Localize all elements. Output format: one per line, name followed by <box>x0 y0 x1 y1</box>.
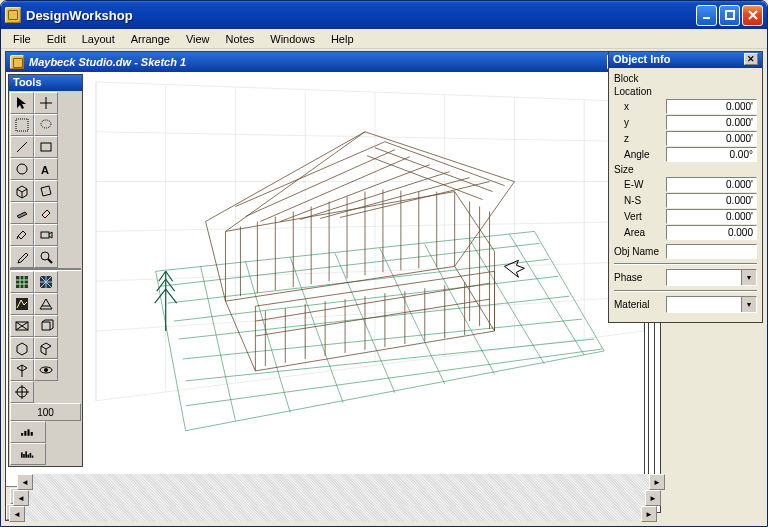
main-titlebar[interactable]: DesignWorkshop <box>1 1 767 29</box>
doc-icon <box>10 55 24 69</box>
section-size: Size <box>614 164 757 175</box>
svg-rect-86 <box>27 455 29 458</box>
menu-arrange[interactable]: Arrange <box>123 31 178 47</box>
bg-hscroll-1[interactable]: ◄► <box>9 506 657 522</box>
document-titlebar[interactable]: Maybeck Studio.dw - Sketch 1 _ □ <box>6 52 644 72</box>
lbl-x: x <box>614 101 666 112</box>
tool-crosshair[interactable] <box>34 92 58 114</box>
tool-eye[interactable] <box>34 359 58 381</box>
menu-windows[interactable]: Windows <box>262 31 323 47</box>
menu-file[interactable]: File <box>5 31 39 47</box>
maximize-button[interactable] <box>719 5 740 26</box>
svg-line-21 <box>201 266 236 420</box>
tool-wall[interactable] <box>10 202 34 224</box>
document-body: Tools A <box>6 72 644 520</box>
tool-grid-a[interactable] <box>10 271 34 293</box>
field-vert[interactable]: 0.000' <box>666 209 757 224</box>
tools-palette[interactable]: Tools A <box>8 74 83 467</box>
bg-hscroll-2[interactable]: ◄► <box>13 490 661 506</box>
menu-layout[interactable]: Layout <box>74 31 123 47</box>
tool-camera[interactable] <box>34 224 58 246</box>
tool-axo-a[interactable] <box>10 337 34 359</box>
field-ew[interactable]: 0.000' <box>666 177 757 192</box>
section-location: Location <box>614 86 757 97</box>
tools-title[interactable]: Tools <box>9 75 82 91</box>
tool-axo-c[interactable] <box>10 359 34 381</box>
svg-point-55 <box>41 120 51 128</box>
lbl-area: Area <box>614 227 666 238</box>
object-info-title: Object Info <box>613 53 670 67</box>
menu-edit[interactable]: Edit <box>39 31 74 47</box>
object-info-panel[interactable]: Object Info ✕ Block Location x0.000' y0.… <box>608 51 763 323</box>
lbl-phase: Phase <box>614 272 666 283</box>
field-loc-y[interactable]: 0.000' <box>666 115 757 130</box>
svg-line-20 <box>186 349 602 406</box>
field-ns[interactable]: 0.000' <box>666 193 757 208</box>
tool-text[interactable]: A <box>34 158 58 180</box>
tool-axo-b[interactable] <box>34 337 58 359</box>
tool-marquee[interactable] <box>10 114 34 136</box>
tool-line[interactable] <box>10 136 34 158</box>
svg-line-23 <box>290 257 343 402</box>
tool-grid-c[interactable] <box>10 293 34 315</box>
object-info-close-button[interactable]: ✕ <box>744 53 758 65</box>
bg-hscroll-3[interactable]: ◄► <box>17 474 665 490</box>
menu-help[interactable]: Help <box>323 31 362 47</box>
field-angle[interactable]: 0.00° <box>666 147 757 162</box>
chevron-down-icon[interactable]: ▼ <box>741 297 756 312</box>
svg-rect-87 <box>30 453 32 458</box>
field-area[interactable]: 0.000 <box>666 225 757 240</box>
svg-line-18 <box>183 319 583 359</box>
menu-view[interactable]: View <box>178 31 218 47</box>
lbl-z: z <box>614 133 666 144</box>
tool-eyedrop[interactable] <box>10 246 34 268</box>
tool-target[interactable] <box>10 381 34 403</box>
tool-readout[interactable]: 100 <box>10 403 81 421</box>
object-info-titlebar[interactable]: Object Info ✕ <box>609 52 762 68</box>
tool-histogram-b[interactable] <box>10 443 46 465</box>
svg-rect-80 <box>24 431 26 436</box>
svg-point-58 <box>17 164 27 174</box>
tool-persp-c[interactable] <box>34 315 58 337</box>
tool-box3d[interactable] <box>10 180 34 202</box>
tool-rect[interactable] <box>34 136 58 158</box>
minimize-button[interactable] <box>696 5 717 26</box>
tool-lasso[interactable] <box>34 114 58 136</box>
svg-line-6 <box>96 296 644 331</box>
lbl-vert: Vert <box>614 211 666 222</box>
tool-persp-b[interactable] <box>10 315 34 337</box>
svg-rect-57 <box>41 143 51 151</box>
svg-point-75 <box>44 368 48 372</box>
chevron-down-icon[interactable]: ▼ <box>741 270 756 285</box>
app-window: DesignWorkshop File Edit Layout Arrange … <box>0 0 768 527</box>
close-button[interactable] <box>742 5 763 26</box>
tool-histogram-a[interactable] <box>10 421 46 443</box>
svg-rect-81 <box>27 429 29 435</box>
app-icon <box>5 7 21 23</box>
object-type: Block <box>614 73 757 84</box>
tool-grid-b[interactable] <box>34 271 58 293</box>
tool-select[interactable] <box>10 92 34 114</box>
divider <box>614 263 757 265</box>
field-objname[interactable] <box>666 244 757 259</box>
svg-rect-85 <box>25 451 27 457</box>
svg-rect-60 <box>41 232 49 238</box>
lbl-ns: N-S <box>614 195 666 206</box>
select-phase[interactable]: ▼ <box>666 269 757 286</box>
tool-magnify[interactable] <box>34 246 58 268</box>
svg-rect-54 <box>16 119 28 131</box>
field-loc-z[interactable]: 0.000' <box>666 131 757 146</box>
tool-sheet[interactable] <box>34 180 58 202</box>
select-material[interactable]: ▼ <box>666 296 757 313</box>
tool-paint[interactable] <box>10 224 34 246</box>
svg-rect-79 <box>21 433 23 436</box>
field-loc-x[interactable]: 0.000' <box>666 99 757 114</box>
menu-notes[interactable]: Notes <box>218 31 263 47</box>
tool-eraser[interactable] <box>34 202 58 224</box>
viewport[interactable]: Tools A <box>6 72 644 486</box>
svg-line-27 <box>470 239 545 364</box>
tool-circle[interactable] <box>10 158 34 180</box>
svg-text:A: A <box>41 164 49 176</box>
tool-persp-a[interactable] <box>34 293 58 315</box>
svg-rect-1 <box>726 11 734 19</box>
